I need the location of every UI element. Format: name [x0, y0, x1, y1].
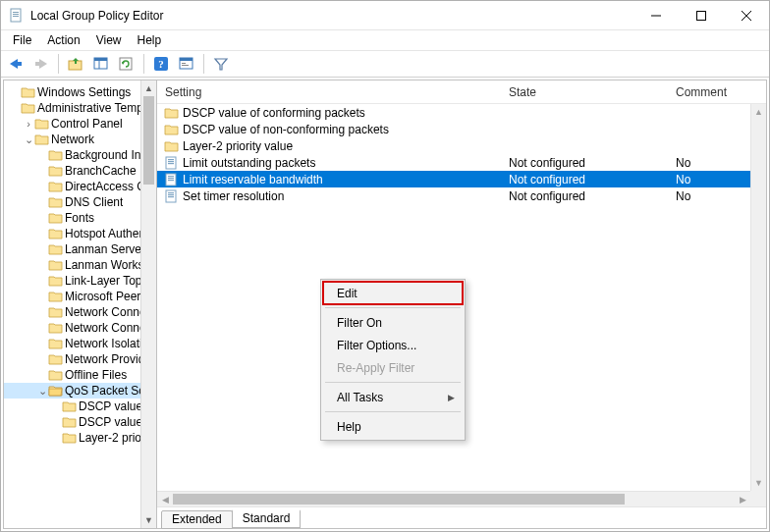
list-hscrollbar[interactable]: ◀ ▶: [157, 491, 750, 506]
up-folder-button[interactable]: [65, 53, 86, 75]
tree-item[interactable]: Lanman Server: [4, 241, 156, 257]
tree-item[interactable]: Link-Layer Topology Discovery: [4, 273, 156, 289]
resize-grip[interactable]: [750, 491, 766, 506]
tree-item[interactable]: Offline Files: [4, 367, 156, 383]
tree-item[interactable]: Lanman Workstation: [4, 257, 156, 273]
list-row[interactable]: Set timer resolutionNot configuredNo: [157, 187, 766, 204]
tree-item[interactable]: Background Intelligent Transfer Service: [4, 147, 156, 163]
filter-button[interactable]: [210, 53, 232, 75]
folder-icon: [165, 123, 179, 136]
tree-item-label: Control Panel: [51, 117, 123, 131]
tree-item[interactable]: ⌄QoS Packet Scheduler: [4, 383, 156, 399]
svg-marker-26: [215, 59, 227, 70]
scroll-right-icon[interactable]: ▶: [735, 492, 750, 506]
list-row[interactable]: Limit outstanding packetsNot configuredN…: [157, 154, 766, 171]
properties-button[interactable]: [176, 53, 197, 75]
scroll-down-icon[interactable]: ▼: [141, 512, 156, 528]
tree-item[interactable]: Administrative Templates: [4, 100, 156, 116]
scroll-up-icon[interactable]: ▲: [751, 104, 766, 120]
row-setting-label: Limit outstanding packets: [183, 156, 315, 170]
list-row[interactable]: DSCP value of non-conforming packets: [157, 121, 766, 137]
tree-item-label: Administrative Templates: [37, 101, 156, 115]
scroll-thumb[interactable]: [173, 494, 625, 505]
context-edit[interactable]: Edit: [323, 282, 463, 304]
tree-vscrollbar[interactable]: ▲ ▼: [140, 80, 156, 528]
tree-item[interactable]: Microsoft Peer-to-Peer Networking Servic…: [4, 289, 156, 304]
maximize-button[interactable]: [679, 1, 724, 30]
app-icon: [9, 8, 25, 24]
menu-view[interactable]: View: [88, 31, 130, 49]
scroll-left-icon[interactable]: ◀: [157, 492, 173, 506]
svg-rect-25: [182, 65, 189, 66]
close-button[interactable]: [724, 1, 769, 30]
list-header[interactable]: Setting State Comment: [157, 80, 766, 104]
tab-standard[interactable]: Standard: [232, 509, 302, 528]
tab-extended[interactable]: Extended: [161, 510, 233, 529]
chevron-right-icon[interactable]: ›: [22, 118, 35, 130]
scroll-thumb[interactable]: [143, 96, 154, 185]
context-reapply-label: Re-Apply Filter: [337, 361, 414, 375]
folder-icon: [49, 321, 63, 335]
svg-rect-37: [168, 194, 174, 195]
tree-item[interactable]: Windows Settings: [4, 84, 156, 100]
column-state[interactable]: State: [501, 85, 668, 99]
list-row[interactable]: Limit reservable bandwidthNot configured…: [157, 171, 766, 187]
tree-item[interactable]: Layer-2 priority value: [4, 430, 156, 446]
show-hide-tree-button[interactable]: [90, 53, 112, 75]
tree-pane[interactable]: Windows SettingsAdministrative Templates…: [4, 80, 157, 528]
minimize-button[interactable]: [633, 1, 679, 30]
tree-item-label: Lanman Server: [65, 242, 145, 256]
tree-item[interactable]: DirectAccess Client: [4, 179, 156, 194]
context-reapply-filter: Re-Apply Filter: [323, 356, 463, 379]
tree-item[interactable]: Network Isolation: [4, 336, 156, 351]
help-button[interactable]: ?: [150, 53, 172, 75]
menubar: File Action View Help: [1, 30, 769, 50]
tree-item[interactable]: ›Control Panel: [4, 116, 156, 132]
tree-item[interactable]: Network Connectivity Status Indicator: [4, 320, 156, 336]
tree-item-label: Fonts: [65, 211, 94, 225]
tree-item[interactable]: DSCP value of conforming packets: [4, 399, 156, 414]
chevron-down-icon[interactable]: ⌄: [22, 133, 35, 146]
folder-icon: [165, 139, 179, 153]
folder-icon: [49, 148, 63, 162]
list-row[interactable]: DSCP value of conforming packets: [157, 104, 766, 121]
svg-rect-34: [168, 180, 174, 181]
toolbar-separator: [203, 54, 204, 74]
context-help-label: Help: [337, 420, 361, 434]
list-row[interactable]: Layer-2 priority value: [157, 137, 766, 154]
folder-icon: [63, 415, 77, 429]
refresh-button[interactable]: [116, 53, 138, 75]
menu-file[interactable]: File: [5, 31, 39, 49]
context-separator: [325, 382, 461, 383]
tree-item[interactable]: Network Provider: [4, 351, 156, 367]
chevron-down-icon[interactable]: ⌄: [35, 385, 49, 398]
folder-icon: [22, 85, 35, 99]
tree-item[interactable]: ⌄Network: [4, 132, 156, 147]
tree-item[interactable]: Network Connections: [4, 304, 156, 320]
column-comment[interactable]: Comment: [668, 85, 766, 99]
policy-setting-icon: [165, 189, 179, 203]
tree-item[interactable]: DNS Client: [4, 194, 156, 210]
scroll-down-icon[interactable]: ▼: [751, 475, 766, 491]
tree-item[interactable]: Fonts: [4, 210, 156, 226]
tree-item-label: DNS Client: [65, 195, 123, 209]
tree-item-label: Network: [51, 133, 94, 146]
menu-action[interactable]: Action: [39, 31, 87, 49]
nav-forward-button[interactable]: [30, 53, 52, 75]
tab-strip: Extended Standard: [157, 506, 766, 528]
nav-back-button[interactable]: [5, 53, 27, 75]
tree-item[interactable]: DSCP value of non-conforming packets: [4, 414, 156, 430]
folder-icon: [49, 368, 63, 382]
tree-item[interactable]: BranchCache: [4, 163, 156, 179]
menu-help[interactable]: Help: [130, 31, 170, 49]
scroll-up-icon[interactable]: ▲: [141, 80, 156, 96]
column-setting[interactable]: Setting: [157, 85, 501, 99]
context-filter-options[interactable]: Filter Options...: [323, 334, 463, 356]
svg-rect-24: [182, 63, 186, 64]
context-filter-on[interactable]: Filter On: [323, 311, 463, 334]
context-help[interactable]: Help: [323, 415, 463, 438]
list-vscrollbar[interactable]: ▲ ▼: [750, 104, 766, 491]
tree-item[interactable]: Hotspot Authentication: [4, 226, 156, 241]
context-all-tasks[interactable]: All Tasks▶: [323, 386, 463, 408]
folder-icon: [49, 180, 63, 193]
